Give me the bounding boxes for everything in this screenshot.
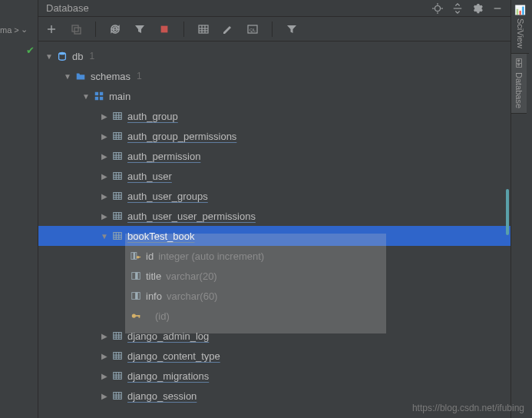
expand-arrow-icon[interactable]: [80, 92, 92, 101]
sciview-icon: 📊: [514, 5, 526, 15]
svg-rect-23: [100, 97, 103, 100]
table-icon: [111, 170, 124, 182]
tree-node-table[interactable]: auth_user_groups: [38, 186, 511, 206]
watermark: https://blog.csdn.net/ifubing: [412, 403, 524, 413]
database-panel: Database: [38, 0, 511, 418]
table-name: auth_group: [127, 111, 178, 122]
panel-title: Database: [46, 2, 89, 14]
expand-arrow-icon[interactable]: [98, 332, 111, 340]
side-tab-sciview[interactable]: 📊 SciView: [511, 0, 529, 54]
tree-node-column[interactable]: id integer (auto increment): [38, 246, 511, 266]
svg-rect-12: [199, 25, 208, 33]
check-ok-icon: ✔: [26, 45, 35, 56]
table-icon[interactable]: [197, 22, 210, 36]
expand-arrow-icon[interactable]: [98, 192, 111, 201]
toolbar: QL: [38, 17, 511, 41]
schema-icon: [92, 90, 106, 102]
table-icon: [111, 390, 124, 402]
tree-node-table[interactable]: auth_user_user_permissions: [38, 206, 511, 226]
column-icon: [129, 270, 143, 282]
table-icon: [111, 130, 124, 142]
node-label: db: [72, 51, 83, 62]
left-gutter: ma > ⌄ ✔: [0, 0, 38, 418]
tree-node-main[interactable]: main: [38, 86, 511, 106]
expand-arrow-icon[interactable]: [98, 132, 111, 141]
tree-node-table[interactable]: auth_permission: [38, 146, 511, 166]
schema-selector[interactable]: ma > ⌄: [0, 25, 28, 35]
column-name: id: [146, 250, 154, 262]
tree-node-table[interactable]: django_admin_log: [38, 326, 511, 346]
chevron-down-icon: ⌄: [21, 25, 28, 35]
table-name: auth_user_groups: [127, 191, 208, 202]
scrollbar-marker: [506, 189, 509, 235]
schema-selector-label: ma >: [0, 25, 19, 35]
panel-header: Database: [38, 0, 511, 17]
svg-rect-80: [114, 373, 122, 380]
svg-rect-62: [139, 257, 141, 257]
column-name: title: [146, 270, 161, 282]
edit-icon[interactable]: [221, 22, 235, 36]
gear-icon[interactable]: [472, 3, 483, 14]
svg-rect-20: [95, 92, 98, 95]
tree[interactable]: db 1 schemas 1 main auth_group auth_grou…: [38, 41, 511, 418]
node-label: main: [109, 91, 131, 102]
expand-arrow-icon[interactable]: [98, 392, 111, 400]
right-sidebar: 📊 SciView 🗄 Database: [511, 0, 532, 418]
minimize-icon[interactable]: [492, 3, 503, 14]
tree-node-table[interactable]: auth_user: [38, 166, 511, 186]
add-icon[interactable]: [45, 22, 58, 36]
tree-node-table[interactable]: auth_group_permissions: [38, 126, 511, 146]
expand-arrow-icon[interactable]: [98, 372, 111, 380]
refresh-icon[interactable]: [108, 22, 122, 36]
tree-node-column[interactable]: info varchar(60): [38, 286, 511, 306]
expand-arrow-icon[interactable]: [98, 152, 111, 161]
expand-arrow-icon[interactable]: [98, 172, 111, 181]
svg-rect-39: [114, 173, 122, 180]
key-icon: [129, 310, 143, 322]
funnel-icon[interactable]: [285, 22, 299, 36]
table-icon: [111, 190, 124, 202]
table-icon: [111, 230, 124, 242]
table-name: bookTest_book: [127, 231, 194, 242]
expand-arrow-icon[interactable]: [98, 112, 111, 121]
table-name: auth_user_user_permissions: [127, 211, 256, 222]
side-tab-database[interactable]: 🗄 Database: [511, 54, 527, 114]
tree-node-index[interactable]: (id): [38, 306, 511, 326]
filter-settings-icon[interactable]: [133, 22, 147, 36]
duplicate-icon[interactable]: [69, 22, 83, 36]
expand-arrow-icon[interactable]: [98, 352, 111, 360]
tree-node-table[interactable]: django_content_type: [38, 346, 511, 366]
tree-node-table[interactable]: bookTest_book: [38, 226, 511, 246]
svg-rect-69: [139, 315, 140, 318]
side-tab-label: SciView: [516, 18, 525, 48]
console-icon[interactable]: QL: [246, 22, 259, 36]
expand-arrow-icon[interactable]: [98, 232, 111, 241]
table-icon: [111, 350, 124, 362]
tree-node-column[interactable]: title varchar(20): [38, 266, 511, 286]
collapse-icon[interactable]: [452, 3, 463, 14]
tree-node-db[interactable]: db 1: [38, 46, 511, 66]
svg-rect-9: [72, 25, 78, 32]
column-name: info: [146, 290, 162, 302]
index-meta: (id): [155, 310, 170, 322]
stop-icon[interactable]: [157, 22, 171, 36]
expand-arrow-icon[interactable]: [61, 72, 74, 81]
table-name: django_migrations: [127, 370, 209, 382]
svg-text:QL: QL: [249, 28, 256, 32]
database-icon: [55, 50, 69, 62]
tree-node-table[interactable]: auth_group: [38, 106, 511, 126]
tree-node-schemas[interactable]: schemas 1: [38, 66, 511, 86]
crosshair-icon[interactable]: [432, 3, 443, 14]
table-name: django_content_type: [127, 350, 220, 362]
expand-arrow-icon[interactable]: [43, 52, 55, 61]
side-tab-label: Database: [514, 72, 524, 108]
table-name: django_session: [127, 390, 197, 402]
column-type: varchar(20): [166, 270, 216, 282]
expand-arrow-icon[interactable]: [98, 212, 111, 221]
key-column-icon: [129, 250, 143, 262]
table-icon: [111, 210, 124, 222]
svg-rect-64: [135, 273, 138, 280]
tree-node-table[interactable]: django_migrations: [38, 366, 511, 386]
column-type: varchar(60): [167, 290, 217, 302]
column-type: integer (auto increment): [158, 250, 264, 262]
